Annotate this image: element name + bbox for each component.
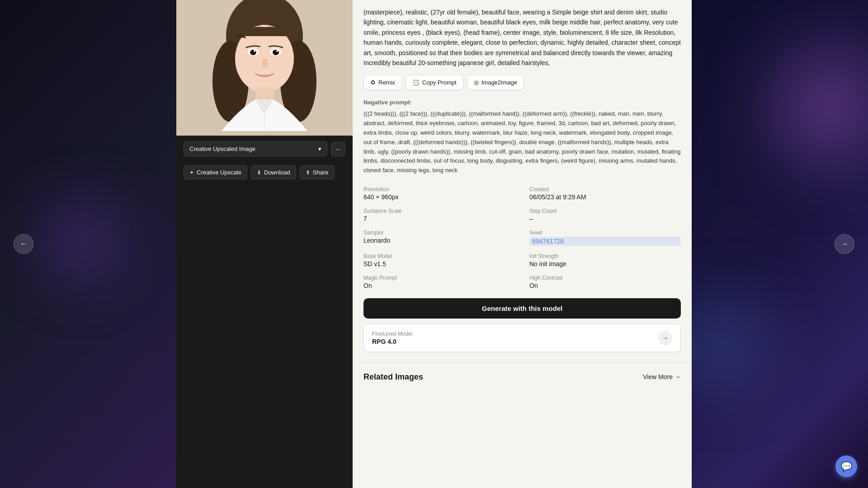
related-images-header: Related Images View More → [363,372,681,382]
upscale-icon: ✦ [189,169,194,176]
generate-label: Generate with this model [482,305,562,312]
view-more-link[interactable]: View More → [643,373,681,380]
init-strength-value: No init image [529,260,681,267]
guidance-scale-value: 7 [363,215,515,222]
seed-value[interactable]: 894761728 [529,237,681,246]
high-contrast-label: High Contrast [529,275,681,281]
finetuned-model-card[interactable]: Finetuned Model RPG 4.0 → [363,324,681,352]
remix-label: Remix [378,79,395,86]
remix-icon: ♻ [370,79,376,86]
creative-upscale-label: Creative Upscale [197,169,241,176]
svg-point-9 [254,50,255,52]
dropdown-label: Creative Upscaled Image [189,145,255,152]
guidance-scale-meta: Guidance Scale 7 [363,208,515,222]
related-images-title: Related Images [363,372,423,382]
magic-prompt-label: Magic Prompt [363,275,515,281]
svg-point-10 [276,50,278,52]
sampler-meta: Sampler Leonardo [363,230,515,246]
more-options-button[interactable]: ··· [331,142,345,156]
step-count-label: Step Count [529,208,681,214]
image2image-button[interactable]: ◎ Image2Image [467,75,524,90]
copy-prompt-button[interactable]: 📋 Copy Prompt [406,75,463,90]
copy-icon: 📋 [412,79,420,86]
next-arrow-button[interactable]: → [835,234,854,254]
created-label: Created [529,186,681,192]
image-type-dropdown[interactable]: Creative Upscaled Image ▾ [184,141,327,156]
share-button[interactable]: ⬆ Share [300,165,335,179]
content-body: Creative Upscaled Image ▾ ··· ✦ Creative… [176,0,692,488]
creative-upscale-button[interactable]: ✦ Creative Upscale [184,165,247,179]
ellipsis-icon: ··· [335,145,341,153]
negative-prompt-label: Negative prompt: [363,99,681,106]
right-sidebar: → [692,0,868,488]
download-icon: ⬇ [257,169,261,176]
action-buttons-row: ✦ Creative Upscale ⬇ Download ⬆ Share [176,162,353,183]
seed-meta: Seed 894761728 [529,230,681,246]
finetuned-model-name: RPG 4.0 [372,338,412,345]
magic-prompt-meta: Magic Prompt On [363,275,515,289]
created-meta: Created 06/05/23 at 9:29 AM [529,186,681,201]
sampler-value: Leonardo [363,237,515,244]
created-value: 06/05/23 at 9:29 AM [529,193,681,201]
related-images-section: Related Images View More → [353,363,692,398]
resolution-label: Resolution [363,186,515,192]
svg-point-8 [273,50,279,55]
chat-button[interactable]: 💬 [835,455,857,477]
step-count-meta: Step Count – [529,208,681,222]
download-button[interactable]: ⬇ Download [251,165,296,179]
sampler-label: Sampler [363,230,515,236]
base-model-value: SD v1.5 [363,260,515,267]
finetuned-model-info: Finetuned Model RPG 4.0 [372,331,412,345]
left-arrow-icon: ← [20,240,27,248]
step-count-value: – [529,215,681,222]
info-panel: (masterpiece), realistic, (27yr old fema… [353,0,692,488]
high-contrast-value: On [529,282,681,289]
high-contrast-meta: High Contrast On [529,275,681,289]
init-strength-meta: Init Strength No init image [529,253,681,267]
base-model-meta: Base Model SD v1.5 [363,253,515,267]
chevron-down-icon: ▾ [318,145,321,152]
image-container [176,0,353,136]
negative-prompt-text: (((2 heads))), (((2 face))), (((duplicat… [363,109,681,175]
main-content: Creative Upscaled Image ▾ ··· ✦ Creative… [176,0,692,488]
resolution-meta: Resolution 640 × 960px [363,186,515,201]
init-strength-label: Init Strength [529,253,681,259]
share-label: Share [313,169,329,176]
image-panel: Creative Upscaled Image ▾ ··· ✦ Creative… [176,0,353,488]
copy-prompt-label: Copy Prompt [422,79,457,86]
chat-icon: 💬 [841,461,852,472]
svg-point-7 [250,50,256,55]
ai-portrait-image [176,0,353,136]
finetuned-model-label: Finetuned Model [372,331,412,337]
left-sidebar: ← [0,0,176,488]
download-label: Download [264,169,290,176]
generate-with-model-button[interactable]: Generate with this model [363,298,681,319]
prompt-text: (masterpiece), realistic, (27yr old fema… [363,7,681,68]
guidance-scale-label: Guidance Scale [363,208,515,214]
prev-arrow-button[interactable]: ← [14,234,33,254]
seed-label: Seed [529,230,681,236]
share-icon: ⬆ [306,169,310,176]
image2image-icon: ◎ [474,79,479,86]
magic-prompt-value: On [363,282,515,289]
prompt-actions: ♻ Remix 📋 Copy Prompt ◎ Image2Image [363,75,681,90]
finetuned-model-arrow[interactable]: → [658,331,672,345]
image-controls: Creative Upscaled Image ▾ ··· [176,136,353,162]
remix-button[interactable]: ♻ Remix [363,75,402,90]
right-arrow-icon: → [841,240,848,248]
base-model-label: Base Model [363,253,515,259]
resolution-value: 640 × 960px [363,193,515,201]
metadata-grid: Resolution 640 × 960px Created 06/05/23 … [363,186,681,289]
arrow-right-icon: → [662,334,668,342]
image2image-label: Image2Image [481,79,518,86]
